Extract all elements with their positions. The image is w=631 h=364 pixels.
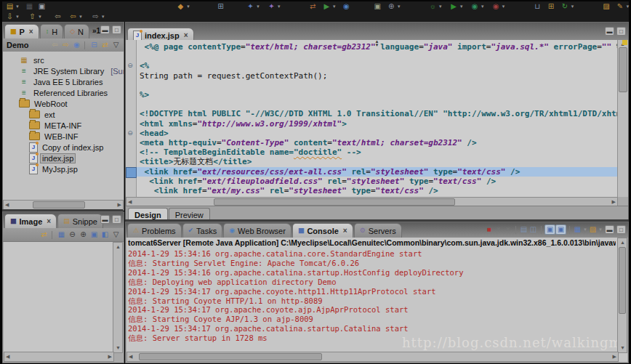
zoom-in-icon[interactable]: ⊕ [79,230,88,239]
run-last-icon[interactable]: ◉ [470,2,480,11]
pin-console-icon[interactable]: ▣ [544,225,555,235]
scroll-thumb[interactable] [214,198,455,206]
minimize-icon[interactable]: ▬ [100,215,110,224]
tree-item-web-inf[interactable]: WEB-INF [3,131,124,142]
console-output-area[interactable]: tomcat6Server [Remote Java Application] … [126,238,627,362]
tree-item-index-jsp[interactable]: Jindex.jsp [3,153,124,163]
web-browser-icon[interactable]: ◉ [342,2,351,11]
more-views-indicator[interactable]: »1 [92,27,100,35]
tree-item-jre-system-library[interactable]: ≡JRE System Library[Sun JDK [3,65,124,76]
export-icon[interactable]: ▣ [373,2,382,11]
deploy-icon[interactable]: ⊔ [533,2,542,11]
link-with-editor-icon[interactable]: ⇄ [39,230,49,239]
editor-overview-ruler[interactable]: ▲ [617,40,628,197]
tab-navigator[interactable]: ◇N [64,24,89,39]
fold-collapse-icon[interactable]: ⊖ [126,129,134,137]
maximize-icon[interactable]: □ [112,25,121,34]
collapse-all-icon[interactable]: ⊟ [89,41,99,49]
style-brush-dropdown-icon[interactable]: ▼ [625,4,630,9]
new-wizard-dropdown-icon[interactable]: ▼ [15,4,20,9]
scroll-left-icon[interactable]: ◀ [128,198,132,206]
back-icon[interactable]: ⇦ [50,41,60,49]
tree-item-copy-of-index-jsp[interactable]: JCopy of index.jsp [3,142,124,153]
minimize-icon[interactable]: ▬ [605,225,614,234]
tree-item-ext[interactable]: ext [3,109,124,120]
run-icon[interactable]: ▶ [449,2,459,11]
close-icon[interactable]: × [29,28,33,36]
close-icon[interactable]: × [184,31,188,39]
maximize-icon[interactable]: □ [616,225,626,234]
scroll-right-icon[interactable]: ▶ [118,201,121,209]
scroll-up-icon[interactable]: ▲ [116,243,121,251]
scroll-right-icon[interactable]: ▶ [108,353,112,360]
last-edit-location-icon[interactable]: ⇩ [5,12,15,21]
tab-snippets[interactable]: ▤Snippe [57,214,103,228]
tab-servers[interactable]: ⚙Servers [354,223,402,238]
previous-edit-dropdown-icon[interactable]: ▼ [38,15,42,19]
scroll-left-icon[interactable]: ◀ [129,353,132,360]
tab-web-browser[interactable]: ◉Web Browser [223,223,292,238]
scroll-thumb[interactable] [139,353,322,360]
console-hscrollbar[interactable]: ◀ ▶ [126,352,619,362]
scroll-thumb[interactable] [619,47,627,92]
image-vscrollbar[interactable]: ▲ ▼ [113,242,123,353]
tab-image[interactable]: ▦Image× [4,214,57,228]
actual-size-icon[interactable]: ▣ [89,230,99,239]
display-selected-console-dropdown-icon[interactable]: ▼ [583,227,587,232]
run-on-server-icon[interactable]: ▶ [322,2,331,11]
scroll-thumb[interactable] [619,247,626,314]
new-web-project-icon[interactable]: ◆ [176,2,185,11]
image-preview-area[interactable] [4,242,114,353]
close-icon[interactable]: × [343,227,347,235]
tab-hierarchy[interactable]: ↕H [40,24,63,39]
fit-image-icon[interactable]: ◧ [100,230,110,239]
new-interface-icon[interactable]: ✦ [267,2,276,11]
scroll-left-icon[interactable]: ◀ [6,353,9,360]
editor-views-handle[interactable]: ▲▼ [372,40,382,47]
back-icon[interactable]: ⇦ [68,12,78,21]
back-disabled-icon[interactable]: ⇦ [53,12,63,21]
display-selected-console-icon[interactable]: ▦ [573,225,582,234]
tree-item-meta-inf[interactable]: META-INF [3,120,124,131]
profile-dropdown-icon[interactable]: ▼ [502,4,506,9]
run-dropdown-icon[interactable]: ▼ [459,4,464,9]
image-properties-icon[interactable]: ▦ [57,230,66,239]
debug-icon[interactable]: ☼ [428,2,438,11]
new-class-icon[interactable]: ✦ [246,2,255,11]
scroll-right-icon[interactable]: ▶ [613,353,616,360]
new-class-dropdown-icon[interactable]: ▼ [256,4,260,9]
tree-hscrollbar[interactable]: ◀ ▶ [3,200,124,210]
scroll-down-icon[interactable]: ▼ [116,344,121,352]
refresh-icon[interactable]: ↻ [560,2,570,11]
project-tree[interactable]: ▦src≡JRE System Library[Sun JDK≡Java EE … [3,52,124,203]
maximize-icon[interactable]: □ [616,27,626,36]
show-when-stdout-icon[interactable]: ▣ [555,225,566,235]
open-file-icon[interactable]: ▨ [601,2,611,11]
tree-item-src[interactable]: ▦src [3,54,124,65]
scroll-left-icon[interactable]: ◀ [5,201,9,209]
tab-console[interactable]: ▦Console× [292,223,353,238]
project-root-label[interactable]: Demo [7,41,29,49]
search-icon[interactable]: ⊕ [387,2,396,11]
code-editor[interactable]: <%@ page contentType="text/html; charset… [126,40,618,197]
run-on-server-dropdown-icon[interactable]: ▼ [332,4,337,9]
web-tools-icon[interactable]: ⊞ [547,2,556,11]
link-with-editor-icon[interactable]: ⇄ [100,41,110,49]
image-hscrollbar[interactable]: ◀ ▶ [4,352,114,362]
new-web-project-dropdown-icon[interactable]: ▼ [186,4,190,9]
console-vscrollbar[interactable]: ▲ ▼ [617,238,627,353]
scroll-down-icon[interactable]: ▼ [620,344,625,352]
forward-dropdown-icon[interactable]: ▼ [101,15,105,19]
view-menu-icon[interactable]: ▽ [111,41,121,49]
remove-all-launches-icon[interactable]: × [503,225,513,234]
open-console-icon[interactable]: ▨ [588,225,598,234]
debug-dropdown-icon[interactable]: ▼ [438,4,443,9]
scroll-right-icon[interactable]: ▶ [612,198,616,206]
tab-tasks[interactable]: ✔Tasks [182,223,223,238]
terminate-icon[interactable]: ■ [484,225,494,234]
minimize-icon[interactable]: ▬ [605,27,614,36]
maximize-icon[interactable]: □ [112,215,121,224]
run-last-dropdown-icon[interactable]: ▼ [481,4,485,9]
back-dropdown-icon[interactable]: ▼ [79,15,83,19]
open-console-dropdown-icon[interactable]: ▼ [598,227,603,232]
